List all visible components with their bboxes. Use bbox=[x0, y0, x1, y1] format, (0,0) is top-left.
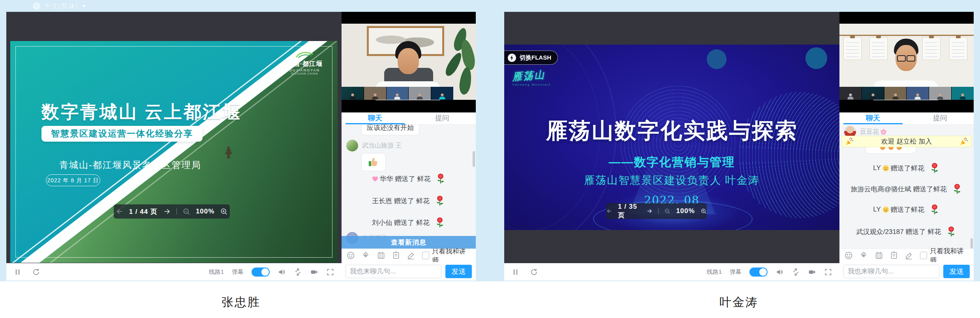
emoji-button[interactable] bbox=[844, 251, 853, 260]
chat-username: 武当山旅游 王 bbox=[362, 142, 402, 150]
slide-date: 2022 年 8 月 17 日 bbox=[46, 174, 100, 186]
zoom-out-button[interactable] bbox=[664, 207, 670, 215]
new-messages-banner[interactable]: 查看新消息 bbox=[342, 236, 476, 249]
tab-chat[interactable]: 聊天 bbox=[342, 112, 409, 124]
zoom-in-button[interactable] bbox=[220, 208, 228, 215]
switch-source-button[interactable] bbox=[292, 266, 304, 278]
participant-thumbnail[interactable] bbox=[364, 87, 386, 100]
gift-text: 赠送了鲜花 bbox=[891, 205, 924, 214]
chevron-down-icon bbox=[81, 5, 86, 8]
chat-input[interactable] bbox=[843, 265, 939, 278]
welcome-banner: 欢迎 赵立松 加入 bbox=[841, 136, 972, 147]
chat-bubble: 应该还没有开始 bbox=[361, 125, 419, 135]
switch-source-button[interactable] bbox=[790, 266, 802, 278]
danmaku-label: 弹幕 bbox=[232, 268, 244, 276]
switch-flash-button[interactable]: 切换FLASH bbox=[504, 51, 558, 65]
zoom-out-button[interactable] bbox=[182, 208, 190, 215]
refresh-button[interactable] bbox=[32, 268, 40, 276]
volume-button[interactable] bbox=[278, 268, 286, 276]
pause-button[interactable] bbox=[511, 268, 520, 276]
wall-clipboard bbox=[922, 37, 941, 60]
chat-input[interactable] bbox=[345, 265, 441, 278]
participant-thumbnail[interactable] bbox=[907, 87, 929, 100]
wall-clipboard bbox=[949, 37, 967, 60]
sidebar: 聊天 提问 应该还没有开始 武当山旅游 王 华华 赠送了 鲜花 bbox=[342, 12, 476, 281]
participant-thumbnail[interactable] bbox=[342, 87, 364, 100]
line-selector[interactable]: 线路1 bbox=[707, 268, 722, 276]
slide-yandang: 切换FLASH 雁荡山 Yandang Mountain 雁荡山数字化实践与探索… bbox=[504, 45, 839, 230]
notes-button[interactable] bbox=[392, 251, 400, 260]
chat-scrollbar[interactable] bbox=[473, 151, 475, 167]
gift-user: 华华 bbox=[380, 174, 393, 183]
gift-user: LY bbox=[873, 164, 881, 172]
fullscreen-button[interactable] bbox=[326, 268, 334, 276]
volume-button[interactable] bbox=[775, 268, 784, 276]
notes-button[interactable] bbox=[890, 251, 898, 260]
dujiangyan-logo: 中国·都江堰 DUJIANGYAN SICHUAN·CHINA bbox=[287, 51, 323, 75]
calendar-button[interactable] bbox=[377, 251, 385, 260]
participant-thumbnail[interactable] bbox=[862, 87, 884, 100]
participant-thumbnail[interactable] bbox=[884, 87, 907, 100]
gift-message: 王长恩 赠送了 鲜花 bbox=[342, 195, 476, 207]
webinar-comparison-screenshot: 中文(简体) 中国·都江堰 DUJIANGYAN SICHUAN·CHINA bbox=[0, 0, 980, 318]
toggle-knob bbox=[261, 268, 269, 276]
pause-button[interactable] bbox=[13, 268, 22, 276]
gift-message: 华华 赠送了 鲜花 bbox=[342, 173, 476, 185]
participant-thumbnail[interactable] bbox=[409, 87, 431, 100]
participant-thumbnail[interactable] bbox=[387, 87, 409, 100]
chat-scrollbar[interactable] bbox=[971, 238, 973, 249]
send-button[interactable]: 发送 bbox=[943, 265, 970, 278]
tab-qa[interactable]: 提问 bbox=[907, 112, 974, 124]
danmaku-toggle[interactable] bbox=[749, 267, 768, 277]
chat-emote-bubble bbox=[361, 153, 386, 171]
rose-icon bbox=[929, 162, 940, 174]
pen-button[interactable] bbox=[905, 251, 913, 260]
refresh-button[interactable] bbox=[530, 268, 538, 276]
participant-thumbnail[interactable] bbox=[952, 87, 974, 100]
rose-icon bbox=[435, 173, 446, 185]
only-teacher-checkbox[interactable] bbox=[422, 252, 429, 259]
chat-message-list: 豆豆花 欢迎 赵立松 加入 LY 赠送了鲜花 旅游云电商@ bbox=[839, 125, 974, 249]
camera-view-button[interactable] bbox=[808, 268, 816, 276]
gift-flower-button[interactable] bbox=[859, 251, 868, 260]
tab-chat[interactable]: 聊天 bbox=[839, 112, 907, 124]
pager-divider bbox=[176, 208, 177, 215]
gift-message: 旅游云电商@骆仕斌 赠送了鲜花 bbox=[839, 183, 974, 195]
gift-text: 赠送了 鲜花 bbox=[395, 174, 431, 183]
participant-thumbnail[interactable] bbox=[929, 87, 951, 100]
danmaku-toggle[interactable] bbox=[252, 267, 270, 277]
prev-page-button[interactable] bbox=[116, 208, 124, 215]
slide-organization: 青城山-都江堰风景名胜区管理局 bbox=[59, 159, 201, 171]
chat-user-row: 武当山旅游 王 bbox=[346, 140, 402, 152]
decor-bokeh bbox=[707, 49, 727, 69]
language-selector[interactable]: 中文(简体) bbox=[32, 2, 86, 11]
zoom-in-button[interactable] bbox=[700, 207, 707, 215]
logo-text-sub: SICHUAN·CHINA bbox=[287, 72, 323, 75]
camera-view-button[interactable] bbox=[310, 268, 318, 276]
chat-composer: 发送 bbox=[342, 262, 476, 281]
player-control-bar: 线路1 弹幕 bbox=[6, 263, 342, 281]
prev-page-button[interactable] bbox=[606, 207, 612, 215]
only-teacher-checkbox[interactable] bbox=[920, 252, 927, 259]
gift-text: 赠送了鲜花 bbox=[913, 185, 947, 194]
gift-flower-button[interactable] bbox=[361, 251, 370, 260]
wall-clipboard bbox=[869, 37, 888, 60]
next-page-button[interactable] bbox=[646, 207, 653, 215]
participant-thumbnail[interactable] bbox=[839, 87, 862, 100]
participant-filmstrip bbox=[342, 87, 453, 100]
send-button[interactable]: 发送 bbox=[445, 265, 472, 278]
speaker-face bbox=[398, 48, 419, 74]
pen-button[interactable] bbox=[407, 251, 415, 260]
tab-qa[interactable]: 提问 bbox=[409, 112, 476, 124]
calendar-button[interactable] bbox=[875, 251, 883, 260]
sidebar: 聊天 提问 豆豆花 欢迎 赵立松 加入 LY bbox=[839, 12, 974, 281]
participant-thumbnail[interactable] bbox=[431, 87, 453, 100]
thumbs-up-icon bbox=[368, 156, 379, 168]
language-label: 中文(简体) bbox=[44, 2, 78, 11]
presentation-player: 切换FLASH 雁荡山 Yandang Mountain 雁荡山数字化实践与探索… bbox=[504, 12, 839, 281]
fullscreen-button[interactable] bbox=[824, 268, 832, 276]
gift-text: 赠送了 鲜花 bbox=[394, 218, 430, 227]
next-page-button[interactable] bbox=[163, 208, 171, 215]
line-selector[interactable]: 线路1 bbox=[209, 268, 224, 276]
emoji-button[interactable] bbox=[346, 251, 355, 260]
